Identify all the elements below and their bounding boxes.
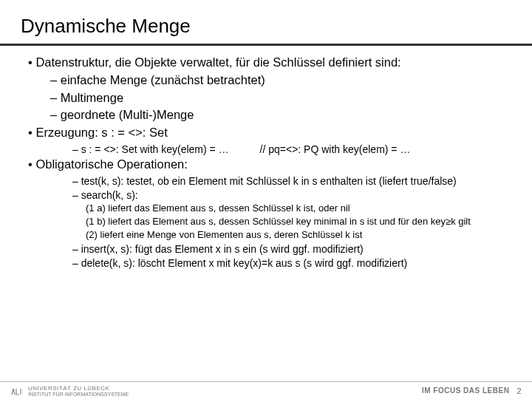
bullet-creation-keyed: s : = <>: Set with key(elem) = … // pq=<… [72,143,511,156]
footer-bar: UNIVERSITÄT ZU LÜBECK INSTITUT FÜR INFOR… [0,381,532,399]
bullet-op-insert: insert(x, s): fügt das Element x in s ei… [72,242,511,256]
slide: Dynamische Menge Datenstruktur, die Obje… [0,0,532,270]
creation-comment: // pq=<>: PQ with key(elem) = … [260,143,411,156]
bullet-op-test: test(k, s): testet, ob ein Element mit S… [72,174,511,188]
institute-name: INSTITUT FÜR INFORMATIONSSYSTEME [28,392,129,397]
footer-right: IM FOCUS DAS LEBEN 2 [422,386,522,395]
bullet-datastructure: Datenstruktur, die Objekte verwaltet, fü… [28,55,511,71]
slide-title: Dynamische Menge [21,15,511,38]
bullet-op-search: search(k, s): [72,188,511,202]
bullet-operations: Obligatorische Operationen: [28,157,511,173]
bullet-search-1a: (1 a) liefert das Element aus s, dessen … [86,202,511,215]
footer-left: UNIVERSITÄT ZU LÜBECK INSTITUT FÜR INFOR… [10,385,129,397]
uni-name: UNIVERSITÄT ZU LÜBECK [28,385,129,392]
bullet-search-2: (2) liefert eine Menge von Elementen aus… [86,229,511,242]
page-number: 2 [516,386,522,395]
bullet-multiset: Multimenge [50,90,511,106]
content-list: Datenstruktur, die Objekte verwaltet, fü… [21,55,511,270]
creation-keyed-text: s : = <>: Set with key(elem) = … [81,143,229,155]
footer-university: UNIVERSITÄT ZU LÜBECK INSTITUT FÜR INFOR… [28,385,129,397]
bullet-op-delete: delete(k, s): löscht Element x mit key(x… [72,256,511,270]
bullet-ordered-set: geordnete (Multi-)Menge [50,107,511,123]
title-rule [0,44,532,46]
footer-motto: IM FOCUS DAS LEBEN [422,386,509,395]
bullet-search-1b: (1 b) liefert das Element aus s, dessen … [86,216,511,228]
bullet-creation: Erzeugung: s : = <>: Set [28,125,511,141]
bullet-simple-set: einfache Menge (zunächst betrachtet) [50,72,511,89]
university-logo-icon [10,386,24,396]
